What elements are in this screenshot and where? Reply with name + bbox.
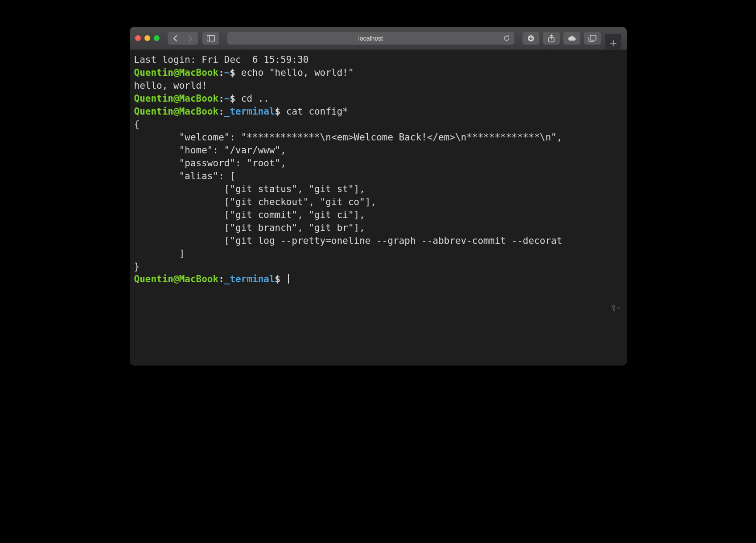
prompt-dollar: $ (230, 67, 241, 78)
nav-buttons (168, 32, 198, 45)
browser-window: localhost Last login: Fri Dec 6 15:59:30… (130, 27, 627, 366)
cursor (288, 274, 289, 284)
prompt-line: Quentin@MacBook:~$ echo "hello, world!" (134, 67, 354, 78)
window-controls (135, 35, 160, 41)
new-tab-button[interactable] (605, 34, 621, 52)
prompt-user: Quentin@MacBook (134, 93, 219, 104)
cloud-button[interactable] (563, 32, 580, 45)
chevron-down-icon (617, 307, 620, 309)
cat-output: { "welcome": "*************\n<em>Welcome… (134, 119, 563, 272)
prompt-colon: : (218, 93, 224, 104)
share-button[interactable] (543, 32, 560, 45)
reload-icon[interactable] (503, 35, 510, 41)
prompt-user: Quentin@MacBook (134, 274, 219, 284)
prompt-colon: : (218, 274, 224, 284)
prompt-dollar: $ (275, 274, 286, 284)
prompt-line: Quentin@MacBook:~$ cd .. (134, 93, 269, 104)
terminal-viewport[interactable]: Last login: Fri Dec 6 15:59:30 Quentin@M… (130, 50, 627, 366)
command-text: echo "hello, world!" (241, 67, 354, 78)
close-window-button[interactable] (135, 35, 141, 41)
titlebar: localhost (130, 27, 627, 50)
downloads-button[interactable] (522, 32, 539, 45)
output-line: hello, world! (134, 80, 207, 91)
tabs-overview-button[interactable] (584, 32, 601, 45)
address-bar[interactable]: localhost (227, 32, 514, 45)
prompt-path: ~ (224, 93, 230, 104)
sidebar-toggle-button[interactable] (202, 32, 219, 45)
command-text: cat config* (286, 106, 348, 117)
forward-button[interactable] (183, 32, 198, 45)
prompt-path: _terminal (224, 274, 275, 284)
prompt-path: ~ (224, 67, 230, 78)
prompt-user: Quentin@MacBook (134, 67, 219, 78)
prompt-dollar: $ (230, 93, 241, 104)
prompt-colon: : (218, 106, 224, 117)
address-text: localhost (358, 35, 383, 42)
prompt-colon: : (218, 67, 224, 78)
minimize-window-button[interactable] (144, 35, 150, 41)
svg-rect-4 (590, 35, 596, 40)
last-login-line: Last login: Fri Dec 6 15:59:30 (134, 54, 309, 65)
prompt-dollar: $ (275, 106, 286, 117)
prompt-path: _terminal (224, 106, 275, 117)
current-prompt: Quentin@MacBook:_terminal$ (134, 274, 289, 284)
svg-rect-0 (207, 35, 214, 41)
prompt-line: Quentin@MacBook:_terminal$ cat config* (134, 106, 348, 117)
prompt-user: Quentin@MacBook (134, 106, 219, 117)
toolbar-right (522, 32, 601, 45)
password-autofill-hint-icon[interactable] (611, 305, 620, 311)
svg-point-5 (612, 305, 615, 308)
back-button[interactable] (168, 32, 183, 45)
maximize-window-button[interactable] (154, 35, 160, 41)
command-text: cd .. (241, 93, 269, 104)
